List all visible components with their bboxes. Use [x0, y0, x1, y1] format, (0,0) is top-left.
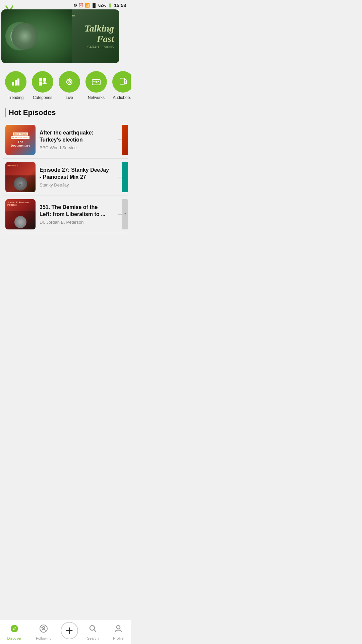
episode-side-preview	[122, 125, 128, 155]
battery-percent: 62%	[98, 3, 106, 8]
hot-episodes-header: Hot Episodes	[0, 105, 131, 121]
episode-author: Dr. Jordan B. Peterson	[40, 220, 111, 225]
categories-row: Trending Categories	[0, 68, 131, 105]
episode-title: 351. The Demise of the Left: from Libera…	[40, 204, 111, 218]
episode-side-preview: -A▼	[122, 199, 128, 229]
live-icon	[59, 71, 80, 93]
category-audiobooks[interactable]: Audioboo...	[111, 71, 131, 100]
notification-icon: ⚙	[73, 3, 77, 8]
episode-author: Stanky DeeJay	[40, 182, 111, 187]
status-icons: ⚙ ⏰ 📶 ▐▌ 62% 🔋 15:53	[73, 3, 126, 8]
category-categories[interactable]: Categories	[31, 71, 54, 100]
episode-thumbnail-bbc: BBC NEWS WORLD SERVICE TheDocumentary	[5, 125, 36, 155]
svg-rect-15	[120, 78, 125, 84]
svg-point-13	[98, 81, 99, 82]
banner-title: TalkingFast	[84, 23, 114, 44]
svg-rect-3	[39, 78, 42, 82]
svg-point-9	[69, 82, 70, 83]
trending-label: Trending	[8, 95, 24, 100]
svg-point-12	[94, 81, 95, 82]
battery-icon: 🔋	[108, 3, 113, 8]
section-title-bar	[5, 108, 6, 117]
episode-item[interactable]: BBC NEWS WORLD SERVICE TheDocumentary Af…	[3, 121, 128, 159]
categories-label: Categories	[33, 95, 52, 100]
featured-banner[interactable]: BY TalkingFast SARAH JENKINS	[1, 9, 119, 63]
alarm-icon: ⏰	[78, 3, 83, 8]
category-networks[interactable]: Networks	[84, 71, 108, 100]
categories-icon	[32, 71, 53, 93]
live-label: Live	[66, 95, 73, 100]
episode-side-preview	[122, 162, 128, 192]
episode-thumbnail-piano: Pianos T 🎤	[5, 162, 36, 192]
banner-subtitle: SARAH JENKINS	[84, 45, 114, 49]
episode-author: BBC World Service	[40, 145, 111, 150]
audiobooks-icon	[112, 71, 131, 93]
status-bar: ⚙ ⏰ 📶 ▐▌ 62% 🔋 15:53	[0, 0, 131, 9]
banner-image: BY	[1, 9, 72, 63]
episode-info: Episode 27: Stanky DeeJay - Pianocast Mi…	[40, 167, 111, 188]
episode-info: 351. The Demise of the Left: from Libera…	[40, 204, 111, 225]
category-trending[interactable]: Trending	[4, 71, 27, 100]
svg-rect-5	[39, 82, 42, 86]
hot-episodes-title: Hot Episodes	[9, 108, 56, 117]
svg-rect-4	[43, 78, 46, 82]
signal-icon: ▐▌	[91, 3, 97, 8]
svg-marker-6	[42, 82, 47, 84]
wifi-icon: 📶	[85, 3, 90, 8]
episode-thumbnail-jordan: Jordan B. PetersonPodcast	[5, 199, 36, 229]
audiobooks-label: Audioboo...	[113, 95, 131, 100]
trending-icon	[5, 71, 26, 93]
episode-info: After the earthquake: Turkey's election …	[40, 129, 111, 151]
episode-list: BBC NEWS WORLD SERVICE TheDocumentary Af…	[0, 121, 131, 233]
svg-point-14	[96, 82, 97, 83]
clock: 15:53	[114, 3, 126, 8]
episode-item[interactable]: Pianos T 🎤 Episode 27: Stanky DeeJay - P…	[3, 159, 128, 196]
category-live[interactable]: Live	[58, 71, 81, 100]
episode-title: Episode 27: Stanky DeeJay - Pianocast Mi…	[40, 167, 111, 181]
svg-rect-0	[12, 82, 14, 86]
svg-rect-1	[15, 80, 17, 86]
episode-title: After the earthquake: Turkey's election	[40, 129, 111, 144]
episode-item[interactable]: Jordan B. PetersonPodcast 351. The Demis…	[3, 196, 128, 233]
networks-label: Networks	[88, 95, 105, 100]
banner-text: TalkingFast SARAH JENKINS	[84, 23, 114, 49]
networks-icon	[85, 71, 107, 93]
svg-rect-2	[17, 78, 19, 86]
featured-banner-container: BY TalkingFast SARAH JENKINS	[0, 9, 131, 63]
